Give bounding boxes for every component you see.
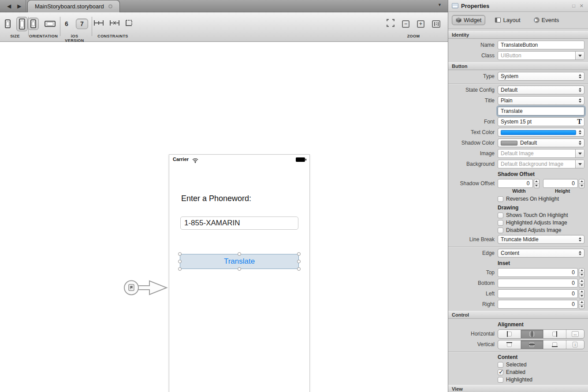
line-break-popup[interactable]: Truncate Middle <box>498 235 584 244</box>
title-label: Title <box>448 97 498 104</box>
inset-bottom-stepper[interactable] <box>579 279 584 288</box>
tab-overflow-icon[interactable]: ▼ <box>438 3 442 7</box>
horizontal-label: Horizontal <box>448 331 498 337</box>
selection-handle[interactable] <box>238 267 241 271</box>
dropdown-icon[interactable] <box>575 52 584 60</box>
shadow-width-input[interactable] <box>498 179 533 188</box>
enabled-checkbox[interactable]: ✓ <box>498 370 503 375</box>
inset-right-label: Right <box>448 301 498 307</box>
orientation-portrait-button[interactable] <box>28 18 39 30</box>
inset-left-stepper[interactable] <box>579 289 584 299</box>
inset-top-stepper[interactable] <box>579 268 584 277</box>
divider <box>448 351 588 352</box>
h-fill-icon: ↔ <box>572 331 579 337</box>
zoom-actual-icon[interactable] <box>432 20 440 28</box>
zoom-fit-icon[interactable] <box>387 19 394 29</box>
name-input[interactable] <box>498 41 584 49</box>
remove-constraint-icon[interactable] <box>109 19 120 28</box>
highlighted-checkbox[interactable] <box>498 377 503 383</box>
shows-touch-checkbox[interactable] <box>498 213 503 218</box>
reverses-checkbox[interactable] <box>498 196 503 202</box>
text-color-popup[interactable] <box>498 128 584 137</box>
edge-popup[interactable]: Content <box>498 249 584 258</box>
translate-button-canvas[interactable]: Translate <box>180 254 299 269</box>
divider <box>448 246 588 247</box>
tab-layout[interactable]: Layout <box>491 15 524 25</box>
iphone-tall-icon <box>19 19 25 30</box>
frame-constraint-icon[interactable] <box>125 19 133 28</box>
font-input[interactable] <box>498 117 584 126</box>
text-color-swatch <box>501 130 576 135</box>
halign-center-segment[interactable] <box>521 330 544 338</box>
inset-left-label: Left <box>448 291 498 297</box>
section-control: Control <box>448 311 588 319</box>
entry-point-arrow[interactable] <box>123 277 169 298</box>
disabled-adjusts-checkbox[interactable] <box>498 228 503 233</box>
selection-handle[interactable] <box>297 260 301 263</box>
zoom-in-icon[interactable]: + <box>417 20 424 28</box>
float-panel-icon[interactable]: □ <box>571 3 576 8</box>
state-config-popup[interactable]: Default <box>498 86 584 94</box>
ios6-button[interactable]: 6 <box>61 19 72 29</box>
alignment-header: Alignment <box>498 321 584 328</box>
panel-tabs: Widget Layout ▶ Events <box>448 12 588 29</box>
size-iphone4in-button[interactable] <box>16 17 28 31</box>
title-value: Plain <box>501 97 513 104</box>
inset-right-stepper[interactable] <box>579 300 584 309</box>
selection-handle[interactable] <box>297 267 301 271</box>
zoom-out-icon[interactable]: − <box>402 20 409 28</box>
valign-bottom-segment[interactable] <box>543 340 566 349</box>
selection-handle[interactable] <box>178 267 182 271</box>
selection-handle[interactable] <box>238 252 241 256</box>
valign-fill-segment[interactable]: ↕ <box>566 340 584 349</box>
add-constraint-icon[interactable] <box>93 19 104 28</box>
tab-events[interactable]: ▶ Events <box>530 15 563 25</box>
valign-center-segment[interactable] <box>521 340 544 349</box>
shadow-width-stepper[interactable] <box>534 179 540 188</box>
halign-fill-segment[interactable]: ↔ <box>566 330 584 338</box>
title-popup[interactable]: Plain <box>498 96 584 105</box>
inset-top-input[interactable] <box>498 268 578 277</box>
phoneword-text-field[interactable] <box>180 217 298 230</box>
ios7-button[interactable]: 7 <box>76 19 88 29</box>
image-combo[interactable]: Default Image <box>498 149 584 158</box>
tab-widget[interactable]: Widget <box>452 15 485 25</box>
shadow-height-stepper[interactable] <box>579 179 584 188</box>
phoneword-prompt-label[interactable]: Enter a Phoneword: <box>181 194 251 203</box>
shadow-color-popup[interactable]: Default <box>498 138 584 147</box>
design-canvas[interactable]: Carrier Enter a Phoneword: Translate <box>0 42 448 392</box>
selection-handle[interactable] <box>297 252 301 256</box>
toolbar-separator <box>60 17 60 36</box>
inset-bottom-input[interactable] <box>498 279 578 287</box>
close-panel-icon[interactable]: ✕ <box>579 3 584 9</box>
highlighted-adjusts-checkbox[interactable] <box>498 220 503 226</box>
selection-handle[interactable] <box>178 260 182 263</box>
font-picker-icon[interactable]: T <box>577 118 582 126</box>
background-combo[interactable]: Default Background Image <box>498 160 584 168</box>
halign-left-segment[interactable] <box>498 330 521 338</box>
disabled-adjusts-label: Disabled Adjusts Image <box>506 227 561 233</box>
type-popup[interactable]: System <box>498 72 584 81</box>
inset-right-input[interactable] <box>498 300 578 309</box>
dropdown-icon[interactable] <box>575 160 584 168</box>
title-text-input[interactable] <box>498 107 584 116</box>
tab-mainstoryboard[interactable]: MainStoryboard.storyboard <box>27 0 120 12</box>
valign-top-segment[interactable] <box>498 340 521 349</box>
size-iphone35-button[interactable] <box>3 18 13 30</box>
selected-checkbox[interactable] <box>498 362 503 368</box>
shadow-height-input[interactable] <box>543 179 578 188</box>
image-value: Default Image <box>498 150 575 157</box>
back-icon[interactable]: ◀ <box>7 3 11 9</box>
dropdown-icon[interactable] <box>575 149 584 157</box>
inset-left-input[interactable] <box>498 289 578 298</box>
halign-right-segment[interactable] <box>543 330 566 338</box>
orientation-landscape-button[interactable] <box>42 19 58 28</box>
forward-icon[interactable]: ▶ <box>17 3 21 9</box>
section-button: Button <box>448 62 588 70</box>
font-label: Font <box>448 119 498 125</box>
view-controller-scene[interactable]: Carrier Enter a Phoneword: Translate <box>169 154 310 392</box>
selection-handle[interactable] <box>178 252 182 256</box>
section-identity: Identity <box>448 31 588 39</box>
class-combo[interactable]: UIButton <box>498 51 584 60</box>
inset-bottom-label: Bottom <box>448 280 498 286</box>
